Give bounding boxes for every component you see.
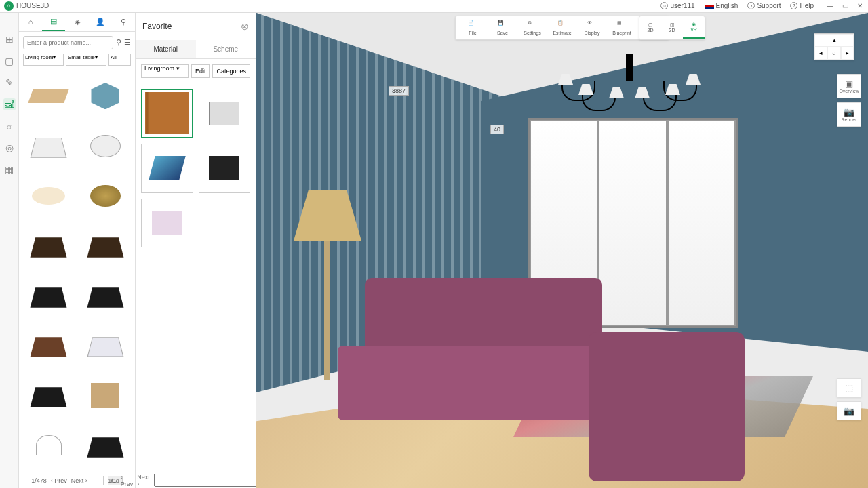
headset-icon: ♪: [747, 2, 755, 9]
product-item[interactable]: [23, 224, 75, 268]
product-item[interactable]: [23, 373, 75, 418]
favorite-item[interactable]: [199, 144, 251, 193]
rail-grid-icon[interactable]: ▦: [3, 163, 16, 176]
product-item[interactable]: [23, 174, 75, 218]
filter-settings-icon[interactable]: ☰: [124, 38, 131, 47]
search-icon[interactable]: ⚲: [116, 38, 121, 47]
favorite-panel: Favorite ⊗ Material Scheme Livingroom ▾ …: [136, 13, 256, 488]
categories-button[interactable]: Categories: [212, 64, 250, 78]
save-tool[interactable]: 💾Save: [488, 17, 517, 39]
product-item[interactable]: [80, 423, 132, 468]
product-item[interactable]: [80, 273, 132, 318]
settings-tool[interactable]: ⚙Settings: [518, 17, 547, 39]
favorite-close-icon[interactable]: ⊗: [241, 21, 249, 32]
nav-left-icon[interactable]: ◂: [814, 47, 827, 60]
estimate-tool[interactable]: 📋Estimate: [548, 17, 576, 39]
rail-target-icon[interactable]: ◎: [3, 142, 16, 154]
user-menu[interactable]: ☺ user111: [660, 2, 694, 9]
product-item[interactable]: [23, 323, 75, 368]
page-indicator: 1/478: [31, 477, 47, 484]
tab-user[interactable]: 👤: [89, 13, 112, 31]
tab-home[interactable]: ⌂: [19, 13, 42, 31]
filter-all[interactable]: All: [108, 54, 131, 66]
maximize-button[interactable]: ▭: [841, 2, 849, 10]
product-item[interactable]: [23, 423, 75, 468]
fav-page-indicator: 1/1: [108, 477, 117, 484]
favorite-item[interactable]: [199, 89, 251, 138]
favorite-item[interactable]: [141, 144, 193, 193]
view-2d[interactable]: ▢2D: [639, 17, 661, 39]
flag-icon: [705, 3, 714, 9]
product-item[interactable]: [80, 174, 132, 218]
view-3d[interactable]: ◫3D: [661, 17, 683, 39]
filter-type[interactable]: Small table▾: [66, 54, 106, 66]
tab-scheme[interactable]: Scheme: [196, 40, 256, 58]
product-panel: ⌂ ▤ ◈ 👤 ⚲ ⚲ ☰ Living room▾ Small table▾ …: [19, 13, 136, 488]
camera-tool-icon[interactable]: 📷: [837, 401, 861, 420]
favorite-title: Favorite: [142, 22, 172, 31]
tab-material[interactable]: Material: [136, 40, 196, 58]
favorite-item[interactable]: [141, 199, 193, 248]
favorite-pager: 1/1 ‹ Prev Next › Go: [136, 472, 256, 488]
view-mode-switcher: ▢2D ◫3D ◉VR: [639, 16, 705, 40]
dimension-label: 3887: [389, 86, 409, 96]
view-vr[interactable]: ◉VR: [683, 17, 705, 39]
tab-tag[interactable]: ◈: [65, 13, 88, 31]
product-item[interactable]: [80, 224, 132, 268]
right-tools: ▣Overview 📷Render: [837, 74, 861, 127]
bottom-right-tools: ⬚ 📷: [837, 378, 861, 420]
language-label: English: [716, 2, 738, 9]
product-item[interactable]: [23, 124, 75, 169]
page-input[interactable]: [92, 476, 104, 485]
product-item[interactable]: [80, 323, 132, 368]
product-item[interactable]: [23, 74, 75, 119]
product-item[interactable]: [80, 373, 132, 418]
next-button[interactable]: Next ›: [71, 477, 87, 484]
nav-up-icon[interactable]: ▴: [814, 34, 854, 47]
prev-button[interactable]: ‹ Prev: [51, 477, 67, 484]
language-menu[interactable]: English: [705, 2, 738, 9]
product-top-tabs: ⌂ ▤ ◈ 👤 ⚲: [19, 13, 135, 32]
favorite-grid: [136, 83, 256, 472]
edit-button[interactable]: Edit: [191, 64, 210, 78]
titlebar: ⌂ HOUSE3D ☺ user111 English ♪ Support ? …: [0, 0, 868, 13]
favorite-item[interactable]: [141, 89, 193, 138]
overview-button[interactable]: ▣Overview: [837, 74, 861, 98]
file-tool[interactable]: 📄File: [458, 17, 487, 39]
support-label: Support: [757, 2, 781, 9]
rail-paint-icon[interactable]: ✎: [3, 77, 16, 89]
nav-right-icon[interactable]: ▸: [841, 47, 854, 60]
filter-room[interactable]: Living room▾: [23, 54, 64, 66]
fav-next-button[interactable]: Next ›: [137, 474, 150, 487]
cube-tool-icon[interactable]: ⬚: [837, 378, 861, 397]
rail-furniture-icon[interactable]: 🛋: [3, 98, 16, 110]
help-label: Help: [800, 2, 814, 9]
tab-search[interactable]: ⚲: [112, 13, 135, 31]
fav-page-input[interactable]: [154, 474, 271, 487]
product-item[interactable]: [80, 74, 132, 119]
product-item[interactable]: [23, 273, 75, 318]
display-tool[interactable]: 👁Display: [578, 17, 606, 39]
left-rail: ⊞ ▢ ✎ 🛋 ☼ ◎ ▦: [0, 13, 19, 488]
nav-cube: ▴ ◂ ○ ▸: [814, 33, 854, 60]
viewport-3d[interactable]: 3887 40 📄File 💾Save ⚙Settings 📋Estimate …: [256, 13, 868, 488]
room-scene: 3887 40: [256, 13, 868, 488]
help-link[interactable]: ? Help: [790, 2, 814, 9]
product-item[interactable]: [80, 124, 132, 169]
tab-catalog[interactable]: ▤: [42, 13, 65, 31]
render-button[interactable]: 📷Render: [837, 102, 861, 127]
minimize-button[interactable]: —: [826, 2, 834, 10]
rail-light-icon[interactable]: ☼: [3, 120, 16, 132]
search-input[interactable]: [23, 36, 113, 49]
blueprint-tool[interactable]: ▦Blueprint: [608, 17, 636, 39]
fav-prev-button[interactable]: ‹ Prev: [121, 474, 134, 487]
product-grid: [19, 70, 135, 472]
support-link[interactable]: ♪ Support: [747, 2, 781, 9]
dimension-label: 40: [490, 125, 504, 134]
help-icon: ?: [790, 2, 797, 9]
favorite-category-select[interactable]: Livingroom ▾: [141, 64, 189, 78]
rail-room-icon[interactable]: ▢: [3, 55, 16, 67]
rail-measure-icon[interactable]: ⊞: [3, 33, 16, 45]
close-button[interactable]: ✕: [856, 2, 864, 10]
nav-center-icon[interactable]: ○: [827, 47, 840, 60]
